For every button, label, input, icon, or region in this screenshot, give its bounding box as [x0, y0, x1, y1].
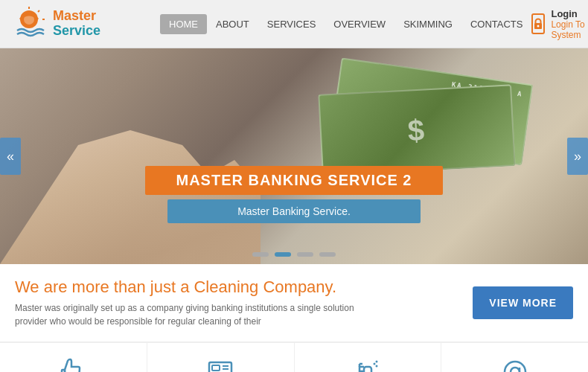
nav-services[interactable]: SERVICES	[258, 14, 325, 34]
main-nav: HOME ABOUT SERVICES OVERVIEW SKIMMING CO…	[160, 14, 531, 34]
logo-area: Master Service	[11, 6, 145, 42]
hero-slider: $ KA 21932289 A $ « » MASTER BANKING SER…	[0, 48, 588, 264]
logo-text: Master Service	[53, 9, 100, 39]
svg-point-16	[373, 362, 375, 365]
logo-icon	[11, 6, 47, 42]
view-more-button[interactable]: VIEW MORE	[473, 286, 573, 319]
bill-front: $	[318, 84, 515, 176]
svg-point-6	[537, 25, 540, 28]
nav-about[interactable]: ABOUT	[207, 14, 258, 34]
slider-dot-2[interactable]	[275, 252, 291, 257]
spray-icon	[352, 356, 383, 373]
content-heading: We are more than just a Cleaning Company…	[15, 278, 372, 297]
nav-skimming[interactable]: SKIMMING	[394, 14, 461, 34]
login-label[interactable]: Login	[551, 8, 588, 19]
icon-cell-atm[interactable]	[147, 343, 295, 372]
nav-contacts[interactable]: CONTACTS	[461, 14, 532, 34]
icon-cell-thumbsup[interactable]	[0, 343, 147, 372]
hero-title: MASTER BANKING SERVICE 2	[145, 166, 443, 195]
chevron-right-icon: »	[574, 149, 581, 164]
thumbs-up-icon	[57, 356, 89, 373]
icon-row	[0, 342, 588, 372]
content-para: Master was originally set up as a compan…	[15, 301, 372, 328]
hero-caption: MASTER BANKING SERVICE 2 Master Banking …	[145, 166, 443, 223]
hero-subtitle: Master Banking Service.	[167, 199, 421, 223]
nav-home[interactable]: HOME	[160, 14, 207, 34]
login-area: Login Login To System	[531, 8, 588, 40]
content-text: We are more than just a Cleaning Company…	[15, 278, 372, 328]
slider-prev-button[interactable]: «	[0, 138, 21, 175]
svg-rect-13	[364, 367, 371, 373]
slider-next-button[interactable]: »	[567, 138, 588, 175]
lock-svg	[533, 18, 543, 30]
login-system-label[interactable]: Login To System	[551, 19, 588, 40]
icon-cell-spray[interactable]	[295, 343, 442, 372]
slider-dot-4[interactable]	[319, 252, 336, 257]
hero-background: $ KA 21932289 A $	[0, 48, 588, 264]
icon-cell-email[interactable]	[441, 343, 588, 372]
nav-overview[interactable]: OVERVIEW	[325, 14, 394, 34]
svg-point-18	[375, 365, 377, 367]
svg-rect-9	[212, 365, 220, 371]
header: Master Service HOME ABOUT SERVICES OVERV…	[0, 0, 588, 48]
login-links: Login Login To System	[551, 8, 588, 40]
svg-point-20	[511, 368, 520, 373]
email-at-icon	[499, 356, 531, 373]
svg-rect-7	[62, 370, 65, 373]
lock-icon	[531, 13, 545, 34]
slider-dots	[252, 252, 336, 257]
atm-icon	[205, 356, 236, 373]
content-section: We are more than just a Cleaning Company…	[0, 264, 588, 342]
slider-dot-1[interactable]	[252, 252, 269, 257]
logo-service: Service	[53, 24, 100, 39]
logo-master: Master	[53, 9, 100, 24]
chevron-left-icon: «	[7, 149, 14, 164]
svg-point-17	[375, 360, 377, 362]
slider-dot-3[interactable]	[297, 252, 313, 257]
svg-line-3	[38, 10, 39, 12]
